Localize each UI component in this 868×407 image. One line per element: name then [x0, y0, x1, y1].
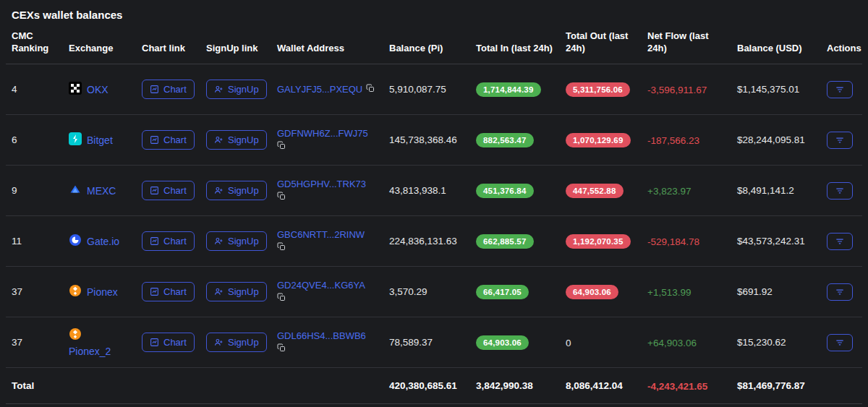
chart-button-label: Chart — [163, 236, 187, 247]
total-balance-usd: $81,469,776.87 — [731, 380, 821, 391]
signup-button-label: SignUp — [228, 236, 259, 247]
exchange-cell: Pionex_2 — [69, 327, 130, 357]
balance-pi-value: 145,738,368.46 — [383, 134, 470, 145]
signup-button-label: SignUp — [228, 84, 259, 95]
wallet-address-link[interactable]: GALYJFJ5...PXEQU — [277, 84, 362, 95]
wallet-address-link[interactable]: GDL66HS4...BBWB6 — [277, 330, 366, 341]
wallet-address-link[interactable]: GDFNWH6Z...FWJ75 — [277, 128, 368, 139]
line-chart-icon — [150, 135, 159, 145]
chart-button[interactable]: Chart — [142, 333, 195, 352]
copy-address-button[interactable] — [366, 84, 375, 95]
actions-filter-button[interactable] — [827, 283, 853, 301]
line-chart-icon — [150, 287, 159, 296]
header-wallet-address: Wallet Address — [271, 42, 383, 55]
exchange-cell: Bitget — [69, 132, 130, 148]
copy-address-button[interactable] — [277, 293, 286, 304]
copy-address-button[interactable] — [277, 343, 286, 354]
header-cmc-ranking: CMC Ranking — [6, 30, 63, 55]
chart-button[interactable]: Chart — [142, 130, 195, 150]
signup-button[interactable]: SignUp — [206, 130, 267, 150]
total-in-badge: 66,417.05 — [476, 285, 529, 299]
person-plus-icon — [214, 338, 224, 347]
filter-icon — [835, 135, 845, 145]
exchange-link[interactable]: Pionex_2 — [69, 346, 111, 357]
header-exchange: Exchange — [63, 42, 136, 55]
table-row: 4 OKX Chart SignUp GALYJFJ5...PXEQU — [6, 64, 862, 115]
filter-icon — [835, 85, 845, 95]
wallet-address-link[interactable]: GD5HGPHV...TRK73 — [277, 179, 366, 189]
signup-button[interactable]: SignUp — [206, 231, 267, 251]
person-plus-icon — [214, 85, 224, 94]
net-flow-value: -3,596,911.67 — [647, 85, 707, 95]
header-balance-usd: Balance (USD) — [731, 42, 821, 55]
wallet-cell: GDFNWH6Z...FWJ75 — [277, 128, 378, 152]
header-total-out: Total Out (last 24h) — [560, 30, 642, 55]
table-header-row: CMC Ranking Exchange Chart link SignUp l… — [6, 27, 862, 64]
person-plus-icon — [214, 287, 224, 296]
okx-logo-icon — [69, 82, 82, 98]
header-actions: Actions — [821, 42, 867, 55]
signup-button[interactable]: SignUp — [206, 80, 267, 99]
wallet-cell: GD5HGPHV...TRK73 — [277, 179, 378, 202]
net-flow-value: +3,823.97 — [647, 186, 691, 197]
total-out-badge: 5,311,756.06 — [566, 82, 630, 97]
table-row: 37 Pionex_2 Chart SignUp GDL66HS4...BBWB… — [6, 317, 862, 368]
table-row: 6 Bitget Chart SignUp GDFNWH6Z...FWJ75 — [6, 115, 862, 166]
page-title: CEXs wallet balances — [6, 0, 862, 27]
balance-pi-value: 3,570.29 — [383, 286, 470, 297]
copy-address-button[interactable] — [277, 242, 286, 253]
wallet-address-link[interactable]: GD24QVE4...KG6YA — [277, 280, 365, 291]
wallet-cell: GALYJFJ5...PXEQU — [277, 84, 378, 95]
net-flow-value: -187,566.23 — [647, 135, 699, 146]
wallet-address-link[interactable]: GBC6NRTT...2RINW — [277, 229, 365, 240]
balance-usd-value: $43,573,242.31 — [731, 236, 821, 247]
exchange-link[interactable]: MEXC — [87, 185, 116, 197]
chart-button-label: Chart — [163, 134, 187, 145]
exchange-link[interactable]: Bitget — [87, 134, 113, 146]
signup-button[interactable]: SignUp — [206, 333, 267, 352]
wallet-cell: GDL66HS4...BBWB6 — [277, 330, 378, 354]
header-net-flow: Net Flow (last 24h) — [642, 30, 731, 55]
balance-usd-value: $1,145,375.01 — [731, 84, 821, 95]
total-out-value: 0 — [566, 338, 571, 348]
total-in-badge: 1,714,844.39 — [476, 82, 541, 97]
balance-usd-value: $691.92 — [731, 286, 821, 297]
actions-filter-button[interactable] — [827, 132, 853, 149]
actions-filter-button[interactable] — [827, 81, 853, 98]
table-row: 9 MEXC Chart SignUp GD5HGPHV...TRK73 — [6, 166, 862, 216]
line-chart-icon — [150, 186, 159, 195]
line-chart-icon — [150, 236, 159, 246]
signup-button[interactable]: SignUp — [206, 282, 267, 301]
header-chart-link: Chart link — [136, 42, 200, 55]
chart-button[interactable]: Chart — [142, 181, 195, 200]
bitget-logo-icon — [69, 132, 82, 148]
actions-filter-button[interactable] — [827, 233, 853, 250]
total-balance-pi: 420,380,685.61 — [383, 380, 470, 391]
chart-button-label: Chart — [163, 84, 187, 95]
total-out-badge: 447,552.88 — [566, 184, 624, 198]
copy-icon — [277, 242, 286, 253]
exchange-link[interactable]: OKX — [87, 84, 109, 95]
chart-button[interactable]: Chart — [142, 80, 195, 99]
table-total-row: Total 420,380,685.61 3,842,990.38 8,086,… — [6, 368, 862, 404]
net-flow-value: +1,513.99 — [647, 287, 691, 298]
chart-button[interactable]: Chart — [142, 282, 195, 301]
filter-icon — [835, 338, 845, 348]
chart-button-label: Chart — [163, 337, 187, 348]
copy-address-button[interactable] — [277, 192, 286, 202]
table-row: 11 Gate.io Chart SignUp GBC6NRTT...2RINW — [6, 216, 862, 267]
exchange-link[interactable]: Gate.io — [87, 236, 119, 247]
cex-wallet-balances-page: CEXs wallet balances CMC Ranking Exchang… — [0, 0, 868, 404]
exchange-link[interactable]: Pionex — [87, 286, 118, 298]
header-signup-link: SignUp link — [200, 42, 271, 55]
person-plus-icon — [214, 135, 224, 145]
copy-address-button[interactable] — [277, 141, 286, 152]
cmc-ranking-value: 4 — [6, 84, 63, 95]
pionex-logo-icon — [69, 284, 82, 300]
signup-button[interactable]: SignUp — [206, 181, 267, 200]
cmc-ranking-value: 37 — [6, 286, 63, 297]
chart-button[interactable]: Chart — [142, 231, 195, 251]
cmc-ranking-value: 37 — [6, 337, 63, 348]
actions-filter-button[interactable] — [827, 334, 853, 351]
actions-filter-button[interactable] — [827, 182, 853, 200]
